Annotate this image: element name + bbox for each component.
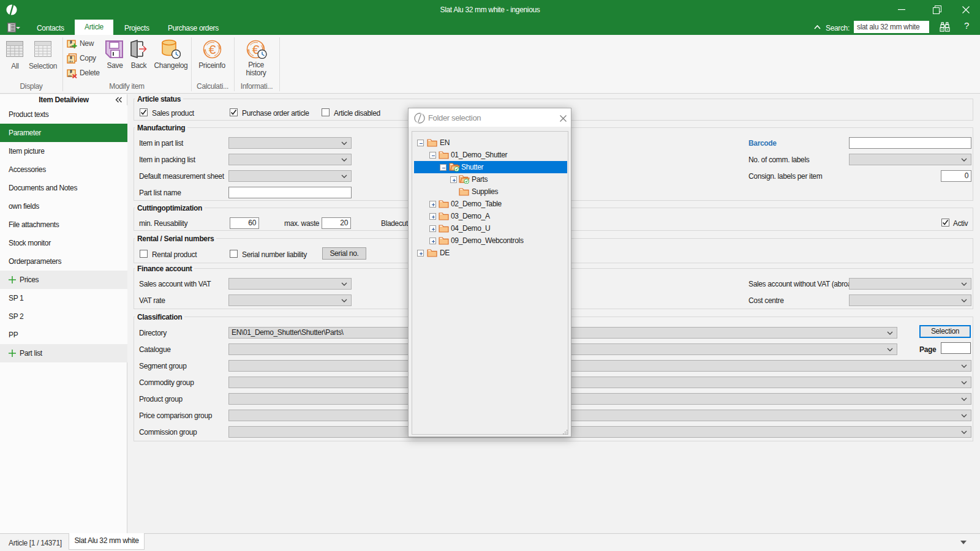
svg-text:€: € <box>209 42 216 56</box>
